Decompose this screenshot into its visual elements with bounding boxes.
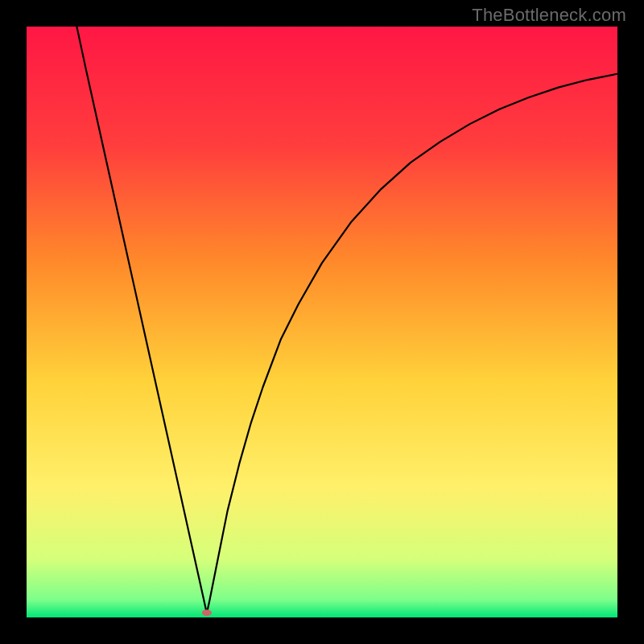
watermark-text: TheBottleneck.com bbox=[472, 5, 626, 26]
minimum-marker bbox=[202, 609, 212, 616]
gradient-background bbox=[27, 27, 617, 617]
chart-frame: TheBottleneck.com bbox=[0, 0, 644, 644]
plot-area bbox=[27, 27, 617, 617]
chart-svg bbox=[27, 27, 617, 617]
